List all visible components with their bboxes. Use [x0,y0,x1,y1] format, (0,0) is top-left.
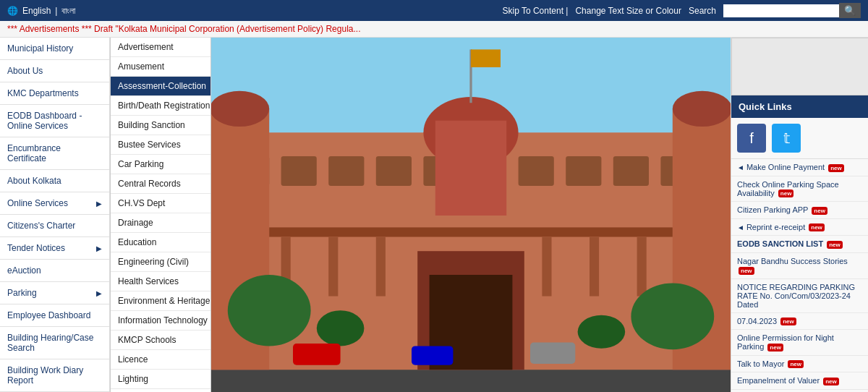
quick-link-online-payment[interactable]: ◄ Make Online Payment new [731,159,868,176]
svg-rect-28 [637,237,647,297]
dropdown-item-kmcp-schools[interactable]: KMCP Schools [111,331,210,350]
sidebar-item-parking[interactable]: Parking ▶ [0,282,109,304]
quick-link-parking-space[interactable]: Check Online Parking Space Availability … [731,176,868,203]
svg-rect-12 [613,156,649,186]
new-badge: new [788,360,804,368]
dropdown-item-market[interactable]: Market [111,389,210,392]
content-area [211,38,731,392]
quick-links-header: Quick Links [731,95,868,118]
social-icons-row: f 𝕥 [731,118,868,159]
main-layout: Municipal History About Us KMC Departmen… [0,38,868,392]
svg-rect-8 [376,156,412,186]
skip-to-content[interactable]: Skip To Content | [502,6,568,16]
quick-link-talk-to-mayor[interactable]: Talk to Mayor new [731,356,868,373]
sidebar-item-citizens-charter[interactable]: Citizens's Charter [0,215,109,237]
facebook-icon[interactable]: f [737,124,766,153]
dropdown-item-bustee-services[interactable]: Bustee Services [111,135,210,155]
svg-rect-37 [530,342,575,364]
dropdown-item-advertisement[interactable]: Advertisement [111,38,210,57]
search-input[interactable] [723,4,839,17]
dropdown-item-education[interactable]: Education [111,233,210,252]
new-badge: new [739,267,754,275]
dropdown-item-lighting[interactable]: Lighting [111,370,210,389]
arrow-icon: ▶ [96,244,102,252]
svg-rect-11 [566,156,601,186]
quick-link-parking-rate[interactable]: NOTICE REGARDING PARKING RATE No. Con/Co… [731,279,868,313]
new-badge: new [809,223,825,231]
quick-link-citizen-parking[interactable]: Citizen Parking APP new [731,202,868,219]
svg-rect-25 [376,237,386,297]
quick-link-reprint[interactable]: ◄ Reprint e-receipt new [731,219,868,237]
new-badge: new [827,241,843,249]
new-badge: new [778,189,794,197]
svg-rect-36 [412,346,453,365]
dropdown-item-car-parking[interactable]: Car Parking [111,155,210,174]
svg-rect-24 [328,237,338,297]
search-button[interactable]: 🔍 [839,3,861,18]
svg-rect-10 [519,156,554,186]
quick-link-eodb-sanction[interactable]: EODB SANCTION LIST new [731,236,868,253]
dropdown-item-chvs[interactable]: CH.VS Dept [111,194,210,213]
sidebar-item-diary-report[interactable]: Building Work Diary Report [0,359,109,392]
quick-link-nagar-bandhu[interactable]: Nagar Bandhu Success Stories new [731,253,868,279]
sidebar-item-tender-notices[interactable]: Tender Notices ▶ [0,237,109,260]
dropdown-item-central-records[interactable]: Central Records [111,174,210,194]
dropdown-item-assessment-collection[interactable]: Assessment-Collection [111,77,210,96]
sidebar-item-employee-dashboard[interactable]: Employee Dashboard [0,304,109,327]
arrow-icon: ◄ [737,223,744,231]
dropdown-item-building-sanction[interactable]: Building Sanction [111,116,210,135]
ticker-text: *** Advertisements *** Draft "Kolkata Mu… [7,24,360,34]
separator: | [55,6,57,16]
quick-link-night-parking[interactable]: Online Permission for Night Parking new [731,330,868,356]
svg-rect-26 [542,237,551,297]
language-section: 🌐 English | বাংলা [7,6,75,16]
sidebar-item-about-kolkata[interactable]: About Kolkata [0,170,109,192]
search-box: 🔍 [723,3,861,18]
svg-point-21 [673,91,731,127]
sidebar-item-about-us[interactable]: About Us [0,60,109,82]
sidebar-item-online-services[interactable]: Online Services ▶ [0,192,109,215]
svg-point-33 [317,310,365,346]
building-image [211,38,731,392]
svg-rect-15 [435,121,506,216]
top-banner-placeholder [731,38,868,95]
dropdown-item-health-services[interactable]: Health Services [111,272,210,291]
dropdown-item-licence[interactable]: Licence [111,350,210,370]
lang-icon: 🌐 [7,6,18,16]
kmc-departments-dropdown: Advertisement Amusement Assessment-Colle… [110,38,211,392]
svg-point-31 [228,275,311,346]
arrow-icon: ◄ [737,163,744,171]
svg-rect-35 [293,344,341,365]
sidebar-item-kmc-departments[interactable]: KMC Departments [0,82,109,105]
arrow-icon: ▶ [96,289,102,297]
building-svg [211,38,731,392]
change-text-size[interactable]: Change Text Size or Colour [575,6,681,16]
skip-links: Skip To Content | Change Text Size or Co… [502,3,861,18]
top-bar: 🌐 English | বাংলা Skip To Content | Chan… [0,0,868,21]
quick-link-date[interactable]: 07.04.2023 new [731,313,868,331]
svg-rect-27 [590,237,599,297]
dropdown-item-engineering-civil[interactable]: Engineering (Civil) [111,252,210,272]
dropdown-item-amusement[interactable]: Amusement [111,57,210,77]
sidebar-item-building-hearing[interactable]: Building Hearing/Case Search [0,327,109,359]
english-link[interactable]: English [22,6,51,16]
quick-links-panel: Quick Links f 𝕥 ◄ Make Online Payment ne… [731,38,868,392]
dropdown-item-information-technology[interactable]: Information Technology [111,311,210,331]
sidebar-item-eauction[interactable]: eAuction [0,260,109,282]
new-badge: new [823,378,839,385]
quick-link-empanelment[interactable]: Empanelment of Valuer new [731,372,868,390]
ticker-bar: *** Advertisements *** Draft "Kolkata Mu… [0,21,868,38]
sidebar: Municipal History About Us KMC Departmen… [0,38,110,392]
svg-rect-22 [269,227,673,237]
dropdown-item-drainage[interactable]: Drainage [111,213,210,233]
new-badge: new [828,164,844,172]
svg-rect-30 [471,49,501,67]
bengali-link[interactable]: বাংলা [61,6,75,16]
sidebar-item-municipal-history[interactable]: Municipal History [0,38,109,60]
sidebar-item-encumbrance[interactable]: Encumbrance Certificate [0,137,109,170]
dropdown-item-environment-heritage[interactable]: Environment & Heritage [111,291,210,311]
dropdown-item-birth-death[interactable]: Birth/Death Registration [111,96,210,116]
twitter-icon[interactable]: 𝕥 [772,124,801,153]
sidebar-item-eodb[interactable]: EODB Dashboard - Online Services [0,105,109,137]
svg-point-19 [211,91,269,127]
